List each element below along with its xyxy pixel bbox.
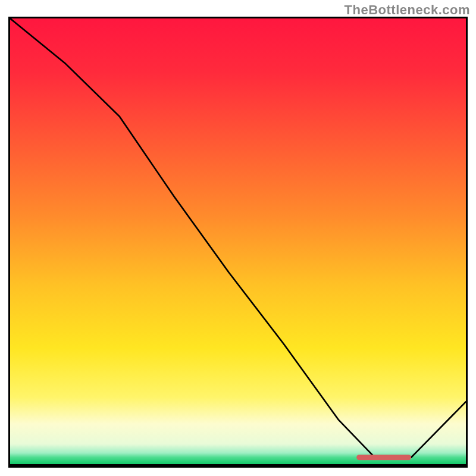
watermark-text: TheBottleneck.com [345,2,470,18]
plot-area [8,17,468,468]
chart-frame: TheBottleneck.com [0,0,476,476]
svg-rect-0 [10,18,466,464]
background-gradient [10,18,466,464]
